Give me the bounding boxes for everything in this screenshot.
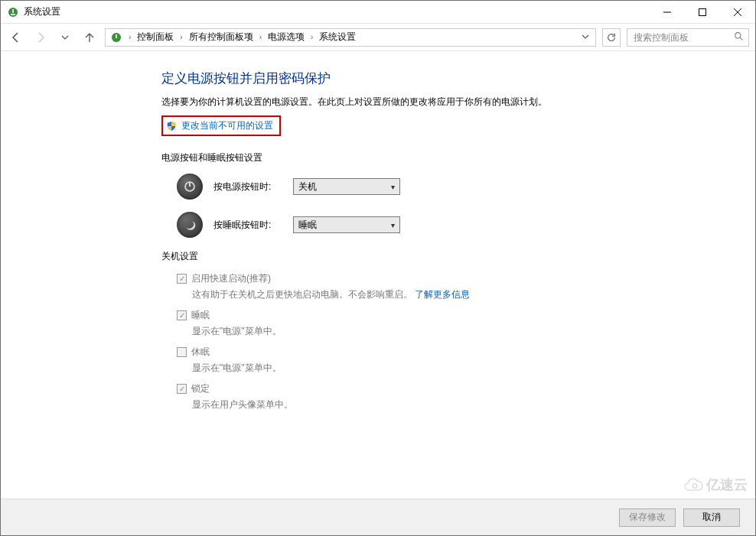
fast-startup-desc: 这有助于在关机之后更快地启动电脑。不会影响重启。 xyxy=(192,289,412,300)
back-button[interactable] xyxy=(7,28,25,47)
lock-desc: 显示在用户头像菜单中。 xyxy=(192,398,636,411)
hibernate-label: 休眠 xyxy=(191,346,210,359)
hibernate-item: 休眠 显示在"电源"菜单中。 xyxy=(177,346,636,375)
svg-point-9 xyxy=(735,32,741,37)
titlebar: 系统设置 xyxy=(1,1,755,24)
search-icon[interactable] xyxy=(734,31,744,44)
breadcrumb-item-1[interactable]: 所有控制面板项 xyxy=(187,31,255,44)
breadcrumb-root-icon[interactable] xyxy=(109,31,124,44)
svg-rect-4 xyxy=(699,8,706,15)
hibernate-desc: 显示在"电源"菜单中。 xyxy=(192,362,636,375)
lock-label: 锁定 xyxy=(191,382,210,395)
sleep-button-action-select[interactable]: 睡眠 ▾ xyxy=(293,216,400,233)
fast-startup-checkbox xyxy=(177,274,187,284)
recent-locations-button[interactable] xyxy=(56,28,74,47)
search-box[interactable] xyxy=(627,28,749,47)
chevron-down-icon: ▾ xyxy=(391,183,395,191)
power-button-action-select[interactable]: 关机 ▾ xyxy=(293,178,400,195)
shutdown-settings-heading: 关机设置 xyxy=(161,250,636,263)
sleep-item: 睡眠 显示在"电源"菜单中。 xyxy=(177,309,636,338)
sleep-label: 睡眠 xyxy=(191,309,210,322)
refresh-button[interactable] xyxy=(602,28,621,47)
window: 系统设置 xyxy=(0,0,756,536)
svg-rect-1 xyxy=(12,9,14,13)
maximize-button[interactable] xyxy=(685,1,720,24)
address-dropdown-button[interactable] xyxy=(578,32,592,43)
up-button[interactable] xyxy=(80,28,99,47)
sleep-button-action-value: 睡眠 xyxy=(298,219,317,232)
chevron-right-icon[interactable]: › xyxy=(127,33,132,41)
change-unavailable-settings-link[interactable]: 更改当前不可用的设置 xyxy=(181,119,273,132)
search-input[interactable] xyxy=(632,31,731,44)
close-button[interactable] xyxy=(720,1,755,24)
chevron-right-icon[interactable]: › xyxy=(178,33,184,41)
power-buttons-heading: 电源按钮和睡眠按钮设置 xyxy=(161,151,636,164)
lock-item: 锁定 显示在用户头像菜单中。 xyxy=(177,382,636,411)
fast-startup-label: 启用快速启动(推荐) xyxy=(191,272,271,285)
svg-line-10 xyxy=(740,37,742,40)
sleep-icon xyxy=(177,212,203,238)
minimize-button[interactable] xyxy=(650,1,685,24)
shield-icon xyxy=(166,121,177,132)
save-button[interactable]: 保存修改 xyxy=(619,508,676,527)
breadcrumb-box[interactable]: › 控制面板 › 所有控制面板项 › 电源选项 › 系统设置 xyxy=(105,28,596,47)
breadcrumb-item-0[interactable]: 控制面板 xyxy=(135,31,175,44)
breadcrumb-item-3[interactable]: 系统设置 xyxy=(318,31,357,44)
power-button-action-value: 关机 xyxy=(298,180,317,193)
breadcrumb-item-2[interactable]: 电源选项 xyxy=(266,31,306,44)
page-description: 选择要为你的计算机设置的电源设置。在此页上对设置所做的更改将应用于你所有的电源计… xyxy=(161,95,636,109)
cancel-button[interactable]: 取消 xyxy=(683,508,740,527)
app-icon xyxy=(7,6,19,18)
fast-startup-item: 启用快速启动(推荐) 这有助于在关机之后更快地启动电脑。不会影响重启。 了解更多… xyxy=(177,272,636,301)
shutdown-settings-group: 启用快速启动(推荐) 这有助于在关机之后更快地启动电脑。不会影响重启。 了解更多… xyxy=(161,272,636,411)
svg-rect-8 xyxy=(116,34,117,38)
power-icon xyxy=(177,174,203,200)
chevron-right-icon[interactable]: › xyxy=(309,33,314,41)
forward-button[interactable] xyxy=(31,28,50,47)
chevron-right-icon[interactable]: › xyxy=(258,33,263,41)
learn-more-link[interactable]: 了解更多信息 xyxy=(415,289,470,300)
admin-link-highlight: 更改当前不可用的设置 xyxy=(161,115,281,136)
content-area: 定义电源按钮并启用密码保护 选择要为你的计算机设置的电源设置。在此页上对设置所做… xyxy=(1,51,755,499)
hibernate-checkbox xyxy=(177,347,187,357)
svg-rect-2 xyxy=(11,14,15,15)
sleep-desc: 显示在"电源"菜单中。 xyxy=(192,325,636,338)
lock-checkbox xyxy=(177,384,187,394)
power-button-label: 按电源按钮时: xyxy=(213,180,282,193)
window-title: 系统设置 xyxy=(24,5,60,18)
chevron-down-icon: ▾ xyxy=(391,221,395,229)
sleep-checkbox xyxy=(177,310,187,320)
sleep-button-row: 按睡眠按钮时: 睡眠 ▾ xyxy=(177,212,636,238)
page-title: 定义电源按钮并启用密码保护 xyxy=(161,70,636,87)
sleep-button-label: 按睡眠按钮时: xyxy=(213,219,282,232)
address-bar: › 控制面板 › 所有控制面板项 › 电源选项 › 系统设置 xyxy=(1,24,755,51)
footer-bar: 保存修改 取消 xyxy=(1,499,755,535)
power-button-row: 按电源按钮时: 关机 ▾ xyxy=(177,174,636,200)
